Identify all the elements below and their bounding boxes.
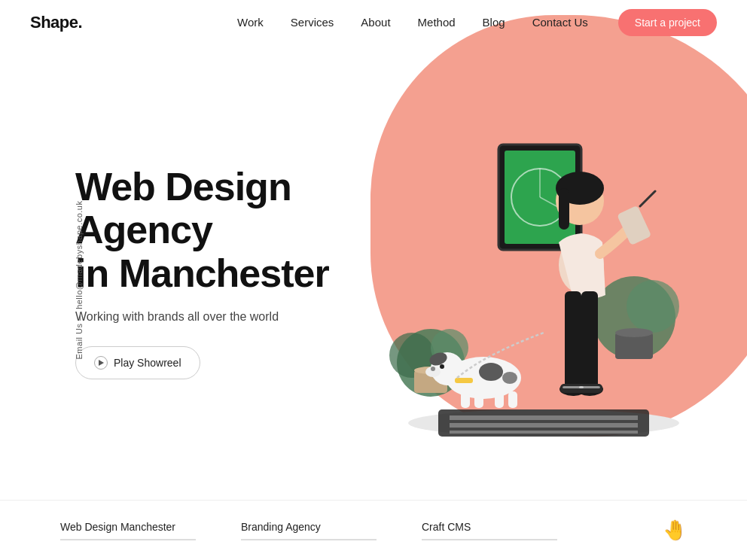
svg-point-38: [431, 367, 435, 371]
svg-rect-4: [450, 431, 638, 434]
svg-rect-23: [565, 291, 581, 389]
hero-heading-line1: Web Design Agency: [75, 165, 291, 251]
svg-rect-42: [495, 391, 504, 408]
svg-point-11: [627, 280, 679, 333]
hero-heading: Web Design Agency in Manchester: [75, 166, 422, 295]
hero-text-block: Web Design Agency in Manchester Working …: [75, 166, 422, 379]
svg-rect-41: [474, 391, 483, 408]
svg-rect-39: [455, 378, 473, 383]
nav-link-blog[interactable]: Blog: [483, 16, 505, 29]
svg-rect-30: [579, 386, 600, 388]
svg-rect-40: [461, 391, 470, 408]
svg-point-45: [502, 372, 517, 384]
svg-rect-22: [559, 188, 569, 230]
nav-link-contact[interactable]: Contact Us: [532, 16, 588, 29]
svg-point-13: [615, 328, 653, 337]
wave-hand-icon: 🤚: [663, 519, 687, 542]
svg-line-32: [640, 191, 655, 206]
footer-item-webdesign[interactable]: Web Design Manchester: [60, 521, 196, 540]
nav-links: Work Services About Method Blog Contact …: [237, 16, 588, 29]
sidebar-email: Email Us — hello@madebyshape.co.uk: [75, 201, 84, 360]
svg-rect-3: [450, 423, 638, 428]
footer-item-branding[interactable]: Branding Agency: [241, 521, 377, 540]
svg-point-36: [440, 364, 444, 369]
footer-item-craftcms[interactable]: Craft CMS: [422, 521, 557, 540]
hero-heading-line2: in Manchester: [75, 251, 329, 295]
nav-link-about[interactable]: About: [361, 16, 390, 29]
navigation: Shape. Work Services About Method Blog C…: [0, 0, 747, 45]
play-triangle-icon: [99, 360, 104, 366]
logo[interactable]: Shape.: [30, 13, 82, 32]
showreel-button[interactable]: Play Showreel: [75, 346, 200, 379]
play-icon: [94, 356, 108, 370]
svg-rect-2: [450, 415, 638, 420]
start-project-button[interactable]: Start a project: [618, 9, 717, 36]
nav-link-method[interactable]: Method: [418, 16, 456, 29]
nav-link-services[interactable]: Services: [291, 16, 334, 29]
logo-text: Shape.: [30, 13, 82, 32]
svg-point-44: [479, 363, 503, 381]
hero-subheading: Working with brands all over the world: [75, 310, 422, 324]
hero-section: Web Design Agency in Manchester Working …: [0, 45, 747, 500]
showreel-label: Play Showreel: [114, 357, 181, 369]
svg-rect-43: [508, 391, 517, 408]
svg-rect-24: [581, 291, 598, 389]
footer-strip: Web Design Manchester Branding Agency Cr…: [0, 500, 747, 560]
nav-link-work[interactable]: Work: [237, 16, 264, 29]
